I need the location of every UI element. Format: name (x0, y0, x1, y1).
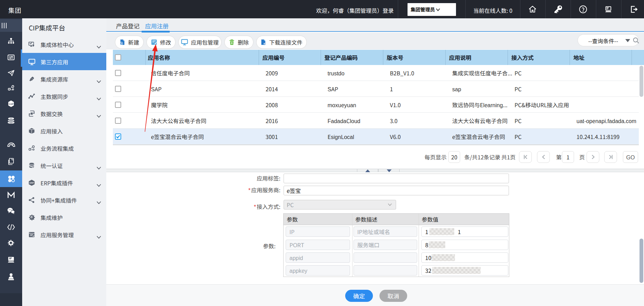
svg-text:CAP: CAP (9, 103, 13, 105)
svg-text:ERP: ERP (29, 182, 34, 184)
